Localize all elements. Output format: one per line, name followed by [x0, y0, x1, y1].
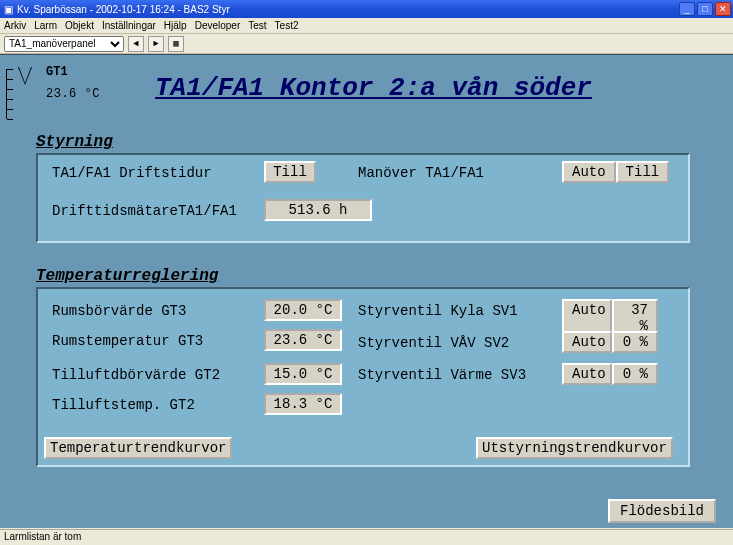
toolbar-nav-back-icon[interactable]: ◄	[128, 36, 144, 52]
toolbar-nav-fwd-icon[interactable]: ►	[148, 36, 164, 52]
label-rumsborvarde: Rumsbörvärde GT3	[52, 303, 186, 319]
window-titlebar: ▣ Kv. Sparbössan - 2002-10-17 16:24 - BA…	[0, 0, 733, 18]
menu-larm[interactable]: Larm	[34, 20, 57, 31]
close-button[interactable]: ✕	[715, 2, 731, 16]
value-tilluftstemp: 18.3 °C	[264, 393, 342, 415]
sv2-pct[interactable]: 0 %	[612, 331, 658, 353]
label-sv1: Styrventil Kyla SV1	[358, 303, 518, 319]
manover-toggle[interactable]: Auto Till	[562, 161, 669, 183]
label-driftstidur: TA1/FA1 Driftstidur	[52, 165, 212, 181]
flodesbild-button[interactable]: Flödesbild	[608, 499, 716, 523]
section-title-tempreg: Temperaturreglering	[36, 267, 218, 285]
menu-hjalp[interactable]: Hjälp	[164, 20, 187, 31]
label-sv3: Styrventil Värme SV3	[358, 367, 526, 383]
menubar: Arkiv Larm Objekt Inställningar Hjälp De…	[0, 18, 733, 34]
label-tilluftborvarde: Tilluftdbörvärde GT2	[52, 367, 220, 383]
label-sv2: Styrventil VÅV SV2	[358, 335, 509, 351]
temperaturtrend-button[interactable]: Temperaturtrendkurvor	[44, 437, 232, 459]
gauge-value: 23.6 °C	[46, 87, 100, 101]
panel-styrning: TA1/FA1 Driftstidur Till Manöver TA1/FA1…	[36, 153, 690, 243]
value-tilluftborvarde[interactable]: 15.0 °C	[264, 363, 342, 385]
toolbar-tool-icon[interactable]: ▦	[168, 36, 184, 52]
value-rumstemperatur: 23.6 °C	[264, 329, 342, 351]
maximize-button[interactable]: □	[697, 2, 713, 16]
main-canvas: GT1 23.6 °C TA1/FA1 Kontor 2:a vån söder…	[0, 54, 733, 528]
minimize-button[interactable]: _	[679, 2, 695, 16]
sv2-control[interactable]: Auto 0 %	[562, 331, 658, 353]
menu-arkiv[interactable]: Arkiv	[4, 20, 26, 31]
panel-tempreg: Rumsbörvärde GT3 20.0 °C Rumstemperatur …	[36, 287, 690, 467]
manover-auto[interactable]: Auto	[562, 161, 616, 183]
label-tilluftstemp: Tilluftstemp. GT2	[52, 397, 195, 413]
panel-dropdown[interactable]: TA1_manöverpanel	[4, 36, 124, 52]
sv3-control[interactable]: Auto 0 %	[562, 363, 658, 385]
label-manover: Manöver TA1/FA1	[358, 165, 484, 181]
utstyrningstrend-button[interactable]: Utstyrningstrendkurvor	[476, 437, 673, 459]
statusbar: Larmlistan är tom	[0, 529, 733, 545]
label-rumstemperatur: Rumstemperatur GT3	[52, 333, 203, 349]
value-drifttidsmatare: 513.6 h	[264, 199, 372, 221]
page-title: TA1/FA1 Kontor 2:a vån söder	[155, 73, 592, 103]
manover-till[interactable]: Till	[616, 161, 670, 183]
driftstidur-button[interactable]: Till	[264, 161, 316, 183]
sv2-mode[interactable]: Auto	[562, 331, 612, 353]
value-rumsborvarde[interactable]: 20.0 °C	[264, 299, 342, 321]
toolbar: TA1_manöverpanel ◄ ► ▦	[0, 34, 733, 54]
statusbar-text: Larmlistan är tom	[4, 531, 81, 542]
sv3-pct[interactable]: 0 %	[612, 363, 658, 385]
menu-developer[interactable]: Developer	[195, 20, 241, 31]
sv3-mode[interactable]: Auto	[562, 363, 612, 385]
app-icon: ▣	[4, 4, 13, 15]
label-drifttidsmatare: DrifttidsmätareTA1/FA1	[52, 203, 237, 219]
menu-test2[interactable]: Test2	[275, 20, 299, 31]
section-title-styrning: Styrning	[36, 133, 113, 151]
menu-installningar[interactable]: Inställningar	[102, 20, 156, 31]
gauge-name: GT1	[46, 65, 68, 79]
menu-objekt[interactable]: Objekt	[65, 20, 94, 31]
menu-test[interactable]: Test	[248, 20, 266, 31]
window-title: Kv. Sparbössan - 2002-10-17 16:24 - BAS2…	[17, 4, 230, 15]
